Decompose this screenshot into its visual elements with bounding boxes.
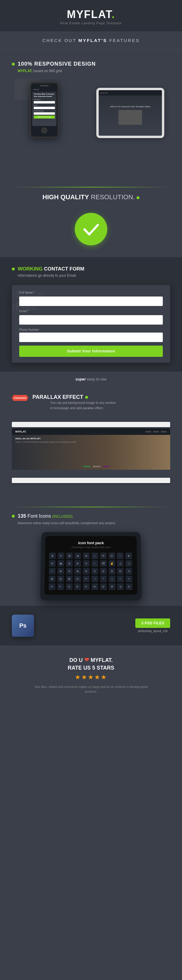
brand-yahoo: Yahoo!	[103, 465, 110, 468]
tablet-nav	[99, 90, 162, 95]
parallax-left-col: Hello, we are MYFLAT! Call Us: +1 (0) 23…	[15, 437, 83, 468]
logo-main: MYFLAT	[67, 8, 111, 21]
checkmark-circle	[75, 213, 107, 245]
icon-pack-title: icon font pack	[49, 541, 133, 545]
icons-title: 135 Font Icons(INCLUDED)	[18, 513, 73, 519]
parallax-page-title: Hello, we are MYFLAT!	[15, 437, 83, 440]
icon-pack-sub: A Package of High Quality Web Icons	[49, 546, 133, 548]
icon-cell: ⊨	[49, 583, 55, 590]
responsive-section: 100% RESPONSIVE DESIGN MYFLAT. based on …	[0, 50, 182, 177]
phone-form-field-name	[34, 101, 55, 103]
form-submit-button[interactable]: Submit Your Information	[19, 345, 163, 357]
white-bar-bottom	[12, 478, 170, 483]
icon-cell: ⊗	[74, 568, 81, 574]
tablet-image-placeholder	[119, 110, 142, 125]
icon-cell: ⊦	[117, 576, 124, 582]
heart-icon: ❤	[84, 657, 89, 663]
awesome-badge: Awesome	[12, 395, 28, 401]
hq-title: HIGH QUALITY RESOLUTION.	[12, 193, 170, 201]
icon-cell: ⊢	[83, 576, 90, 582]
parallax-bg: MYFLAT. Hello, we are MYFLAT! Call Us: +…	[12, 428, 170, 470]
icon-cell: ✓	[49, 568, 55, 574]
parallax-nav-items	[146, 431, 167, 433]
checkmark-container	[12, 207, 170, 254]
features-banner-text: CHECK OUT MYFLAT's FEATURES	[6, 38, 176, 43]
icon-cell: ✌	[108, 560, 115, 567]
form-input-fullname[interactable]	[19, 296, 163, 306]
tablet-screen: Hello to Our Awesome New Template Myflat…	[99, 90, 162, 136]
brands-list: Spotify yammer Yahoo!	[83, 465, 167, 468]
stars-rating: ★★★★★	[12, 673, 170, 681]
icon-cell: ⊣	[92, 576, 98, 582]
phone-speaker	[40, 85, 49, 86]
green-dot-icon	[12, 63, 15, 66]
icon-cell: ⊭	[92, 583, 98, 590]
icons-description: Awesome retina ready icons will beautifu…	[18, 520, 170, 526]
icon-cell: ♡	[117, 552, 123, 559]
icon-cell: ⊬	[83, 583, 90, 590]
icon-cell: ⌁	[92, 560, 98, 567]
form-input-phone[interactable]	[19, 332, 163, 342]
features-banner: CHECK OUT MYFLAT's FEATURES	[0, 31, 182, 50]
icon-cell: ⊜	[117, 568, 123, 574]
parallax-mockup: MYFLAT. Hello, we are MYFLAT! Call Us: +…	[12, 420, 170, 485]
icon-cell: ⊥	[109, 576, 115, 582]
icon-cell: ⊿	[117, 560, 123, 567]
psd-icon-text: Ps	[19, 622, 26, 629]
footer-description: Your likes, shares and comments makes us…	[32, 685, 150, 694]
icon-pack-device: icon font pack A Package of High Quality…	[40, 532, 142, 600]
working-title: WORKING CONTACT FORM	[12, 266, 170, 272]
phone-mockup: MYFLAT. The Best Way To DesignYour Aweso…	[30, 82, 59, 138]
icon-cell: ⊗	[83, 552, 90, 559]
parallax-section: Awesome PARALLAX EFFECT You can put back…	[0, 387, 182, 496]
hq-section: HIGH QUALITY RESOLUTION.	[0, 177, 182, 257]
phone-home-button	[41, 127, 47, 133]
devices-mockup: MYFLAT. The Best Way To DesignYour Aweso…	[12, 79, 170, 168]
parallax-header: Awesome PARALLAX EFFECT You can put back…	[12, 394, 170, 417]
parallax-brands-area: Spotify yammer Yahoo!	[83, 437, 167, 468]
icon-pack-screen: icon font pack A Package of High Quality…	[44, 536, 138, 595]
icon-cell: ⊪	[66, 583, 73, 590]
icon-cell: ☏	[108, 552, 115, 559]
icon-cell: ⊫	[74, 583, 81, 590]
psd-files-button[interactable]: 3 PSD FILES	[135, 619, 170, 628]
footer-section: DO U ❤ MYFLAT. RATE US 5 STARS ★★★★★ You…	[0, 646, 182, 703]
icon-cell: ⊡	[74, 576, 81, 582]
icon-cell: ⊤	[100, 576, 107, 582]
phone-form-field-email	[34, 107, 55, 109]
icon-cell: ⊚	[100, 568, 107, 574]
psd-icon: Ps	[12, 615, 34, 637]
icon-cell: ⊝	[125, 568, 132, 574]
working-section: WORKING CONTACT FORM informations go dir…	[0, 257, 182, 372]
icon-cell: ⌂	[92, 552, 98, 559]
parallax-page-header: MYFLAT.	[12, 428, 170, 435]
form-input-email[interactable]	[19, 315, 163, 325]
icon-cell: ⊯	[109, 583, 115, 590]
icon-cell: ◻	[125, 560, 132, 567]
logo-subtitle: Real Estate Landing Page Template	[6, 21, 176, 25]
icon-cell: ⊘	[49, 560, 55, 567]
icon-cell: ⊘	[83, 568, 90, 574]
phone-heading: The Best Way To DesignYour Awesome Home!	[34, 93, 55, 98]
icon-cell: ⊕	[49, 552, 55, 559]
icon-cell: ⊱	[126, 583, 133, 590]
white-bar-top	[12, 422, 170, 427]
parallax-page-sub: Call Us: +1 (0) 234 567 89 you can pleas…	[15, 441, 83, 443]
icon-cell: ⊞	[49, 576, 55, 582]
phone-form-field-phone	[34, 112, 55, 115]
header: MYFLAT. Real Estate Landing Page Templat…	[0, 0, 182, 31]
section-divider	[12, 187, 170, 188]
parallax-description: You can put background image to any sect…	[50, 400, 116, 410]
icon-cell: ◈	[75, 552, 81, 559]
tablet-content: Hello to Our Awesome New Template Myflat…	[99, 95, 162, 136]
icon-cell: ★	[125, 552, 132, 559]
psd-label: photoshop_layout_v1b	[138, 629, 168, 633]
psd-icon-container: Ps	[12, 615, 34, 637]
green-dot-right-icon	[136, 196, 139, 199]
icon-cell: ⊧	[126, 576, 132, 582]
icon-grid: ⊕ ✦ ⊞ ◈ ⊗ ⌂ ✉ ☏ ♡ ★ ⊘ ◉ ⊟ ⊛ ⊙ ⌁ ⌧ ✌ ⊿ ◻	[49, 552, 133, 590]
icons-section-divider	[12, 507, 170, 507]
icon-cell: ⊛	[109, 568, 115, 574]
parallax-title: PARALLAX EFFECT	[33, 394, 116, 400]
responsive-subtitle: MYFLAT. based on 960 grid.	[18, 69, 170, 73]
